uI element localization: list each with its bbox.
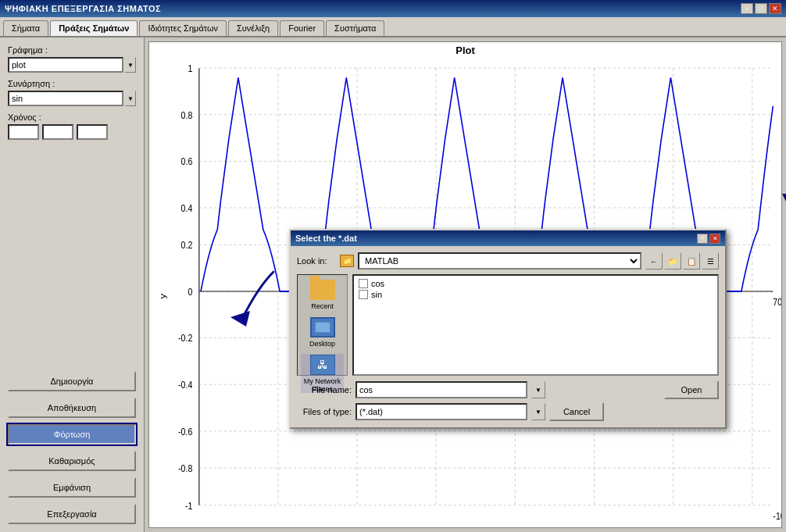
function-input[interactable]: [8, 91, 123, 106]
filetype-label: Files of type:: [297, 407, 352, 416]
maximize-button[interactable]: □: [755, 3, 767, 14]
lookin-row: Look in: 📁 MATLAB ← 📁 📋 ☰: [297, 252, 719, 270]
desktop-icon: [310, 316, 335, 338]
filename-dropdown[interactable]: ▼: [531, 381, 545, 398]
tab-signal-operations[interactable]: Πράξεις Σημάτων: [50, 20, 138, 36]
title-bar: ΨΗΦΙΑΚΗ ΕΠΕΞΕΡΓΑΣΙΑ ΣΗΜΑΤΟΣ − □ ✕: [0, 0, 786, 17]
function-input-row: ▼: [8, 91, 136, 106]
svg-text:700: 700: [773, 298, 781, 308]
load-button[interactable]: Φόρτωση: [8, 424, 136, 445]
filename-row: File name: ▼: [297, 381, 545, 398]
graph-input-row: ▼: [8, 57, 136, 73]
function-label: Συνάρτηση :: [8, 79, 136, 88]
clear-button[interactable]: Καθαρισμός: [8, 451, 136, 471]
network-icon: 🖧: [310, 354, 335, 376]
filetype-input: [355, 403, 527, 420]
save-button[interactable]: Αποθήκευση: [8, 398, 136, 418]
filename-label: File name:: [297, 385, 352, 395]
svg-marker-35: [782, 194, 786, 209]
desktop-label: Desktop: [309, 340, 335, 348]
time-input-3[interactable]: [77, 124, 108, 140]
dialog-content: Look in: 📁 MATLAB ← 📁 📋 ☰: [291, 246, 725, 427]
minimize-button[interactable]: −: [741, 3, 753, 14]
desktop-screen: [315, 322, 330, 333]
svg-text:0.2: 0.2: [181, 241, 193, 251]
tab-signal-properties[interactable]: Ιδιότητες Σημάτων: [139, 20, 227, 36]
function-dropdown-arrow[interactable]: ▼: [125, 91, 136, 106]
svg-text:-0.6: -0.6: [178, 427, 192, 437]
dialog-close-button[interactable]: ✕: [709, 234, 720, 244]
svg-text:1: 1: [188, 63, 192, 73]
tab-bar: Σήματα Πράξεις Σημάτων Ιδιότητες Σημάτων…: [0, 17, 786, 36]
filetype-dropdown[interactable]: ▼: [531, 403, 545, 420]
graph-label: Γράφημα :: [8, 45, 136, 55]
recent-place[interactable]: Recent: [301, 279, 344, 310]
file-dialog: Select the *.dat ? ✕ Look in: 📁 MATLAB: [289, 229, 727, 429]
lookin-label: Look in:: [297, 256, 336, 266]
network-icon-shape: 🖧: [310, 355, 335, 375]
display-button[interactable]: Εμφάνιση: [8, 477, 136, 498]
file-cos[interactable]: cos: [356, 278, 715, 289]
cos-checkbox[interactable]: [359, 279, 368, 288]
back-button[interactable]: ←: [645, 252, 663, 270]
folder-icon-recent: [310, 280, 335, 300]
open-button[interactable]: Open: [664, 380, 719, 399]
time-label: Χρόνος :: [8, 112, 136, 122]
cos-label: cos: [371, 279, 384, 288]
cancel-button[interactable]: Cancel: [549, 402, 604, 421]
dialog-body: Recent Desktop: [297, 274, 719, 376]
tab-convolution[interactable]: Συνέλιξη: [228, 20, 278, 36]
sin-label: sin: [371, 290, 382, 299]
svg-text:y: y: [158, 293, 168, 298]
window-close-button[interactable]: ✕: [769, 3, 781, 14]
tab-systems[interactable]: Συστήματα: [326, 20, 384, 36]
svg-text:0.4: 0.4: [181, 203, 193, 213]
svg-text:-0.2: -0.2: [178, 334, 192, 344]
dialog-title-controls: ? ✕: [697, 234, 720, 244]
process-button[interactable]: Επεξεργασία: [8, 504, 136, 524]
folder-icon: 📁: [340, 255, 354, 267]
lookin-select[interactable]: MATLAB: [358, 252, 641, 270]
tab-fourier[interactable]: Fourier: [280, 20, 324, 36]
places-panel: Recent Desktop: [297, 274, 348, 376]
new-folder-button[interactable]: 📁: [664, 252, 681, 270]
time-inputs-row: [8, 124, 136, 140]
plot-title: Plot: [149, 42, 781, 59]
svg-text:-0.4: -0.4: [178, 380, 193, 390]
function-field-group: Συνάρτηση : ▼: [8, 79, 136, 106]
view-button-1[interactable]: 📋: [683, 252, 700, 270]
file-sin[interactable]: sin: [356, 289, 715, 300]
content-area: Γράφημα : ▼ Συνάρτηση : ▼ Χρόνος :: [0, 36, 786, 532]
title-bar-controls: − □ ✕: [741, 3, 781, 14]
svg-text:-1: -1: [185, 501, 192, 511]
desktop-icon-shape: [310, 317, 335, 337]
graph-field-group: Γράφημα : ▼: [8, 45, 136, 73]
filename-input[interactable]: [355, 381, 527, 398]
right-area: Plot: [145, 37, 786, 532]
create-button[interactable]: Δημιουργία: [8, 371, 136, 391]
app-title: ΨΗΦΙΑΚΗ ΕΠΕΞΕΡΓΑΣΙΑ ΣΗΜΑΤΟΣ: [5, 4, 161, 13]
graph-dropdown-arrow[interactable]: ▼: [125, 57, 136, 73]
time-field-group: Χρόνος :: [8, 112, 136, 140]
svg-marker-36: [230, 311, 250, 327]
svg-text:0.6: 0.6: [181, 157, 193, 167]
dialog-title: Select the *.dat: [295, 234, 357, 243]
time-input-2[interactable]: [42, 124, 73, 140]
recent-icon: [310, 279, 335, 301]
main-window: Σήματα Πράξεις Σημάτων Ιδιότητες Σημάτων…: [0, 17, 786, 532]
svg-text:0.8: 0.8: [181, 110, 193, 120]
dialog-help-button[interactable]: ?: [697, 234, 708, 244]
sin-checkbox[interactable]: [359, 290, 368, 299]
view-button-2[interactable]: ☰: [702, 252, 719, 270]
graph-input[interactable]: [8, 57, 123, 73]
time-input-1[interactable]: [8, 124, 39, 140]
svg-text:0: 0: [188, 287, 192, 297]
left-panel: Γράφημα : ▼ Συνάρτηση : ▼ Χρόνος :: [0, 37, 145, 532]
desktop-place[interactable]: Desktop: [301, 316, 344, 348]
dialog-footer: File name: ▼ Open Files of type:: [297, 380, 719, 421]
footer-buttons: Open: [664, 380, 719, 399]
svg-text:-0.8: -0.8: [178, 463, 192, 473]
toolbar-icons: ← 📁 📋 ☰: [645, 252, 719, 270]
files-panel: cos sin: [352, 274, 719, 376]
tab-signals[interactable]: Σήματα: [3, 20, 48, 36]
